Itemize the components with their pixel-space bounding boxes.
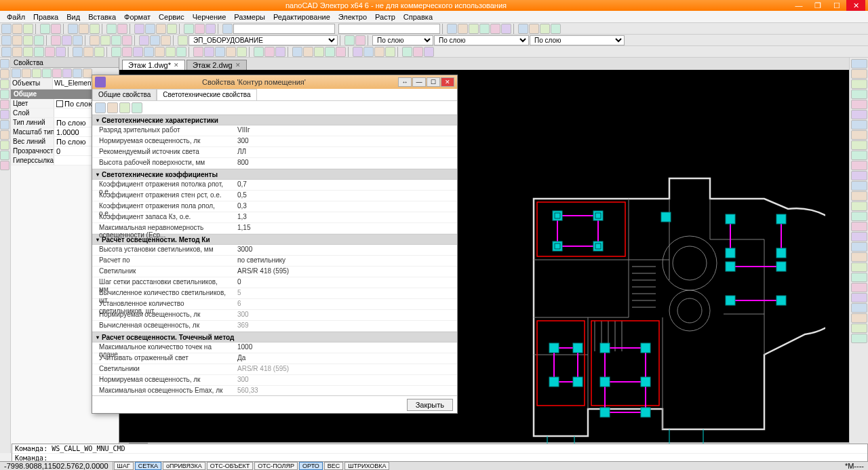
dialog-minimize-button[interactable]: — bbox=[412, 77, 426, 87]
status-toggle-ШТРИХОВКА[interactable]: ШТРИХОВКА bbox=[344, 462, 389, 470]
dialog-prop-value[interactable]: ЛЛ bbox=[235, 147, 457, 157]
tool-cut-icon[interactable] bbox=[68, 24, 78, 34]
prop-tool-2-icon[interactable] bbox=[22, 68, 31, 78]
mod-rotate-icon[interactable] bbox=[133, 47, 143, 57]
electro-tool-10-icon[interactable] bbox=[111, 35, 121, 45]
restore-button[interactable]: ❐ bbox=[808, 0, 827, 11]
dialog-prop-row[interactable]: Вычисленная освещенность, лк369 bbox=[92, 321, 457, 332]
electro-tool-14-icon[interactable] bbox=[161, 35, 171, 45]
tool-c-icon[interactable] bbox=[469, 24, 479, 34]
layer-prev-icon[interactable] bbox=[355, 35, 366, 45]
lv-tool-6-icon[interactable] bbox=[0, 110, 9, 119]
rv-tool-8-icon[interactable] bbox=[851, 130, 867, 140]
hatch-icon[interactable] bbox=[363, 47, 374, 57]
electro-tool-11-icon[interactable] bbox=[122, 35, 132, 45]
mod-explode-icon[interactable] bbox=[254, 47, 264, 57]
layer-combo[interactable]: ЭП_ОБОРУДОВАНИЕ bbox=[189, 35, 338, 45]
dialog-body[interactable]: Светотехнические характеристикиРазряд зр… bbox=[92, 115, 457, 395]
close-button[interactable]: ✕ bbox=[846, 0, 865, 11]
status-toggle-ОРТО[interactable]: ОРТО bbox=[299, 462, 323, 470]
dialog-prop-value[interactable]: 0,3 bbox=[235, 201, 457, 212]
tool-new-icon[interactable] bbox=[1, 24, 12, 34]
tool-zoomext-icon[interactable] bbox=[167, 24, 177, 34]
dialog-prop-value[interactable]: 300 bbox=[235, 136, 457, 146]
block-icon[interactable] bbox=[374, 47, 384, 57]
ortho-icon[interactable] bbox=[424, 47, 434, 57]
menu-вставка[interactable]: Вставка bbox=[84, 12, 120, 22]
dialog-prop-row[interactable]: Нормируемая освещенность, лк300 bbox=[92, 310, 457, 321]
electro-tool-7-icon[interactable] bbox=[73, 35, 83, 45]
prop-tool-8-icon[interactable] bbox=[83, 68, 92, 78]
dialog-prop-row[interactable]: Коэффициент запаса Кз, о.е.1,3 bbox=[92, 212, 457, 223]
tool-e-icon[interactable] bbox=[490, 24, 500, 34]
dialog-prop-row[interactable]: Нормируемая освещенность, лк300 bbox=[92, 136, 457, 147]
lv-tool-4-icon[interactable] bbox=[0, 90, 9, 99]
dialog-titlebar[interactable]: Свойства 'Контур помещения' ↔ — ☐ ✕ bbox=[92, 75, 457, 89]
rv-tool-20-icon[interactable] bbox=[851, 252, 867, 262]
dlg-tool-collapse-icon[interactable] bbox=[107, 102, 118, 113]
draw-arc-icon[interactable] bbox=[34, 47, 44, 57]
rv-tool-9-icon[interactable] bbox=[851, 140, 867, 150]
mod-copy-icon[interactable] bbox=[122, 47, 132, 57]
dialog-prop-row[interactable]: Рекомендуемый источник светаЛЛ bbox=[92, 147, 457, 158]
draw-polygon-icon[interactable] bbox=[73, 47, 83, 57]
rv-tool-28-icon[interactable] bbox=[851, 334, 867, 343]
electro-tool-2-icon[interactable] bbox=[12, 35, 22, 45]
insert-icon[interactable] bbox=[385, 47, 395, 57]
dialog-prop-row[interactable]: Учитывать отраженный светДа bbox=[92, 353, 457, 364]
dialog-prop-row[interactable]: Коэффициент отражения стен ρст, о.е.0,5 bbox=[92, 191, 457, 201]
dialog-prop-row[interactable]: Разряд зрительных работVIIIг bbox=[92, 125, 457, 136]
lv-tool-10-icon[interactable] bbox=[0, 151, 9, 160]
dialog-prop-value[interactable]: 0,5 bbox=[235, 191, 457, 201]
tool-j-icon[interactable] bbox=[551, 24, 561, 34]
dialog-prop-row[interactable]: Высота рабочей поверхности, мм800 bbox=[92, 158, 457, 169]
linetype-combo[interactable]: По слою bbox=[434, 35, 529, 45]
layer-mgr-icon[interactable] bbox=[344, 35, 355, 45]
dlg-tool-expand-icon[interactable] bbox=[95, 102, 106, 113]
dialog-maximize-button[interactable]: ☐ bbox=[427, 77, 440, 87]
dialog-category[interactable]: Светотехнические коэффициенты bbox=[92, 169, 457, 180]
dialog-prop-row[interactable]: Коэффициент отражения пола ρпол, о.е.0,3 bbox=[92, 201, 457, 212]
dialog-prop-row[interactable]: Коэффициент отражения потолка ρпот, о.е.… bbox=[92, 180, 457, 191]
close-tab-icon[interactable]: ✕ bbox=[235, 62, 241, 68]
dialog-expand-button[interactable]: ↔ bbox=[398, 77, 412, 87]
draw-pline-icon[interactable] bbox=[12, 47, 22, 57]
draw-spline-icon[interactable] bbox=[83, 47, 94, 57]
menu-справка[interactable]: Справка bbox=[399, 12, 437, 22]
mod-stretch-icon[interactable] bbox=[275, 47, 285, 57]
prop-tool-1-icon[interactable] bbox=[12, 68, 21, 78]
tool-g-icon[interactable] bbox=[518, 24, 528, 34]
dialog-prop-row[interactable]: Установленное количество светильников, ш… bbox=[92, 299, 457, 310]
dlg-tool-refresh-icon[interactable] bbox=[119, 102, 130, 113]
mod-scale-icon[interactable] bbox=[144, 47, 154, 57]
dialog-close-button[interactable]: ✕ bbox=[441, 77, 454, 87]
rv-tool-27-icon[interactable] bbox=[851, 324, 867, 333]
dialog-category[interactable]: Светотехнические характеристики bbox=[92, 115, 457, 125]
dialog-prop-row[interactable]: Высота установки светильников, мм3000 bbox=[92, 245, 457, 256]
rv-tool-10-icon[interactable] bbox=[851, 151, 867, 160]
rv-tool-15-icon[interactable] bbox=[851, 201, 867, 211]
prop-tool-5-icon[interactable] bbox=[52, 68, 62, 78]
status-toggle-оПРИВЯЗКА[interactable]: оПРИВЯЗКА bbox=[163, 462, 205, 470]
menu-вид[interactable]: Вид bbox=[62, 12, 84, 22]
lv-tool-7-icon[interactable] bbox=[0, 120, 9, 130]
electro-tool-12-icon[interactable] bbox=[139, 35, 149, 45]
dialog-prop-value[interactable]: 3000 bbox=[235, 245, 457, 255]
dialog-prop-value[interactable]: 1000 bbox=[235, 342, 457, 353]
draw-rect-icon[interactable] bbox=[45, 47, 55, 57]
lineweight-combo[interactable]: По слою bbox=[530, 35, 625, 45]
mod-move-icon[interactable] bbox=[111, 47, 121, 57]
tool-props-icon[interactable] bbox=[195, 24, 205, 34]
status-toggle-ОТС-ОБЪЕКТ[interactable]: ОТС-ОБЪЕКТ bbox=[207, 462, 253, 470]
draw-line-icon[interactable] bbox=[1, 47, 12, 57]
mod-break-icon[interactable] bbox=[237, 47, 247, 57]
rv-tool-13-icon[interactable] bbox=[851, 181, 867, 191]
maximize-button[interactable]: ☐ bbox=[827, 0, 846, 11]
mod-array-icon[interactable] bbox=[176, 47, 186, 57]
lv-tool-3-icon[interactable] bbox=[0, 79, 9, 89]
layer-state-icon[interactable] bbox=[178, 35, 188, 45]
tool-zoomwin-icon[interactable] bbox=[156, 24, 166, 34]
text-icon[interactable] bbox=[353, 47, 363, 57]
mod-fillet-icon[interactable] bbox=[215, 47, 225, 57]
dialog-prop-row[interactable]: Расчет попо светильнику bbox=[92, 256, 457, 267]
